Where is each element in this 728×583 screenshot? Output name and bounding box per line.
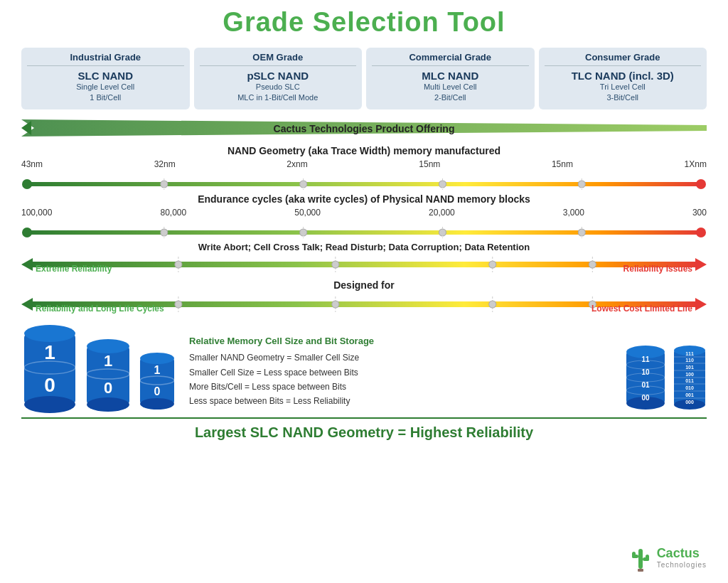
- grade-industrial-header: Industrial Grade: [27, 52, 184, 66]
- endurance-svg: [21, 227, 707, 238]
- svg-point-19: [696, 228, 706, 237]
- memory-info-line-1: Smaller Cell Size = Less space between B…: [189, 365, 611, 380]
- svg-text:10: 10: [641, 368, 650, 376]
- svg-point-62: [140, 398, 174, 410]
- cactus-logo: Cactus Technologies: [628, 542, 707, 573]
- page-title: Grade Selection Tool: [21, 7, 707, 38]
- grade-oem-sub2: MLC in 1-Bit/Cell Mode: [200, 92, 357, 103]
- cylinder-3: 1 0: [138, 349, 176, 413]
- svg-point-44: [489, 301, 496, 308]
- svg-rect-98: [638, 549, 643, 569]
- svg-marker-36: [21, 298, 33, 311]
- reliability-right-label: Reliability Issues: [623, 264, 692, 274]
- grade-commercial-sub2: 2-Bit/Cell: [372, 92, 529, 103]
- cylinder-mlc: 11 10 01 00: [624, 342, 667, 413]
- svg-point-54: [87, 339, 129, 353]
- svg-point-14: [22, 228, 32, 237]
- svg-text:00: 00: [641, 394, 650, 402]
- nand-geometry-label: NAND Geometry (aka Trace Width) memory m…: [21, 145, 707, 156]
- svg-point-8: [696, 179, 706, 189]
- svg-rect-103: [638, 569, 643, 572]
- nand-val-3: 15nm: [419, 159, 440, 169]
- endurance-label: Endurance cycles (aka write cycles) of P…: [21, 193, 707, 205]
- cylinders-section: 1 0 1 0 1: [21, 321, 707, 413]
- end-val-5: 300: [692, 208, 707, 218]
- nand-val-2: 2xnm: [287, 159, 307, 169]
- svg-point-34: [589, 261, 596, 268]
- svg-point-42: [175, 301, 182, 308]
- svg-point-47: [24, 325, 75, 342]
- svg-text:0: 0: [154, 385, 161, 397]
- end-val-2: 50,000: [294, 208, 321, 218]
- nand-geometry-svg: [21, 178, 707, 190]
- svg-text:1: 1: [104, 352, 112, 370]
- memory-info-title: Relative Memory Cell Size and Bit Storag…: [189, 333, 611, 349]
- svg-marker-26: [695, 258, 707, 271]
- main-page: Grade Selection Tool Industrial Grade SL…: [0, 0, 728, 583]
- grade-oem-main: pSLC NAND: [200, 70, 357, 82]
- grade-commercial: Commercial Grade MLC NAND Multi Level Ce…: [366, 48, 535, 109]
- svg-point-33: [489, 261, 496, 268]
- cylinder-1: 1 0: [21, 321, 78, 413]
- cylinder-2: 1 0: [84, 335, 132, 413]
- grade-oem-sub1: Pseudo SLC: [200, 82, 357, 92]
- svg-rect-100: [632, 552, 636, 558]
- end-val-1: 80,000: [160, 208, 186, 218]
- svg-text:110: 110: [685, 358, 694, 363]
- reliability-title: Write Abort; Cell Cross Talk; Read Distu…: [21, 242, 707, 252]
- svg-text:1: 1: [154, 364, 161, 376]
- svg-text:101: 101: [685, 365, 694, 370]
- grade-consumer-header: Consumer Grade: [545, 52, 702, 66]
- nand-val-5: 1Xnm: [685, 159, 707, 169]
- nand-val-1: 32nm: [154, 159, 176, 169]
- svg-point-61: [140, 353, 174, 364]
- memory-info-line-2: More Bits/Cell = Less space between Bits: [189, 380, 611, 394]
- svg-point-43: [332, 301, 339, 308]
- nand-val-0: 43nm: [21, 159, 43, 169]
- end-val-0: 100,000: [21, 208, 52, 218]
- nand-val-4: 15nm: [552, 159, 573, 169]
- end-val-3: 20,000: [429, 208, 455, 218]
- svg-text:001: 001: [685, 392, 694, 397]
- designed-for-label: Designed for: [21, 279, 707, 291]
- grade-commercial-header: Commercial Grade: [372, 52, 529, 66]
- logo-sub: Technologies: [657, 561, 707, 569]
- svg-text:000: 000: [685, 400, 694, 405]
- svg-point-31: [175, 261, 182, 268]
- grade-consumer-main: TLC NAND (incl. 3D): [545, 70, 702, 82]
- endurance-row: 100,000 80,000 50,000 20,000 3,000 300: [21, 208, 707, 237]
- svg-rect-2: [27, 182, 701, 186]
- reliability-arrow-row: Extreme Reliability Reliability Issues: [21, 254, 707, 275]
- svg-rect-24: [30, 262, 698, 267]
- svg-text:100: 100: [685, 372, 694, 377]
- cactus-logo-icon: [628, 542, 653, 573]
- svg-marker-37: [695, 298, 707, 311]
- cylinder-tlc: 111 110 101 100 011 010 001 000: [673, 342, 707, 413]
- end-val-4: 3,000: [563, 208, 584, 218]
- reliability-arrow-svg: [21, 254, 707, 275]
- cylinder-1-svg: 1 0: [21, 321, 78, 413]
- memory-info-line-3: Less space between Bits = Less Reliabili…: [189, 394, 611, 408]
- logo-name: Cactus: [657, 546, 707, 561]
- endurance-bar: [21, 228, 707, 237]
- svg-point-32: [332, 261, 339, 268]
- svg-text:111: 111: [685, 351, 694, 356]
- memory-info-line-0: Smaller NAND Geometry = Smaller Cell Siz…: [189, 351, 611, 365]
- designed-right-label: Lowest Cost Limited Life: [592, 304, 692, 314]
- bottom-tagline: Largest SLC NAND Geometry = Highest Reli…: [21, 417, 707, 441]
- svg-rect-13: [27, 230, 701, 235]
- grade-industrial: Industrial Grade SLC NAND Single Level C…: [21, 48, 190, 109]
- grade-industrial-main: SLC NAND: [27, 70, 184, 82]
- grade-industrial-sub2: 1 Bit/Cell: [27, 92, 184, 103]
- grade-consumer: Consumer Grade TLC NAND (incl. 3D) Tri L…: [539, 48, 707, 109]
- grade-consumer-sub2: 3-Bit/Cell: [545, 92, 702, 103]
- product-offering-label: Cactus Technologies Product Offering: [274, 123, 455, 134]
- cylinder-3-svg: 1 0: [138, 349, 176, 413]
- cylinder-mlc-svg: 11 10 01 00: [624, 342, 667, 413]
- grade-commercial-main: MLC NAND: [372, 70, 529, 82]
- grade-oem-header: OEM Grade: [200, 52, 357, 66]
- svg-text:0: 0: [104, 379, 112, 397]
- cylinder-tlc-svg: 111 110 101 100 011 010 001 000: [673, 342, 707, 413]
- nand-geometry-bar: [21, 179, 707, 189]
- product-offering-row: Cactus Technologies Product Offering: [21, 118, 707, 139]
